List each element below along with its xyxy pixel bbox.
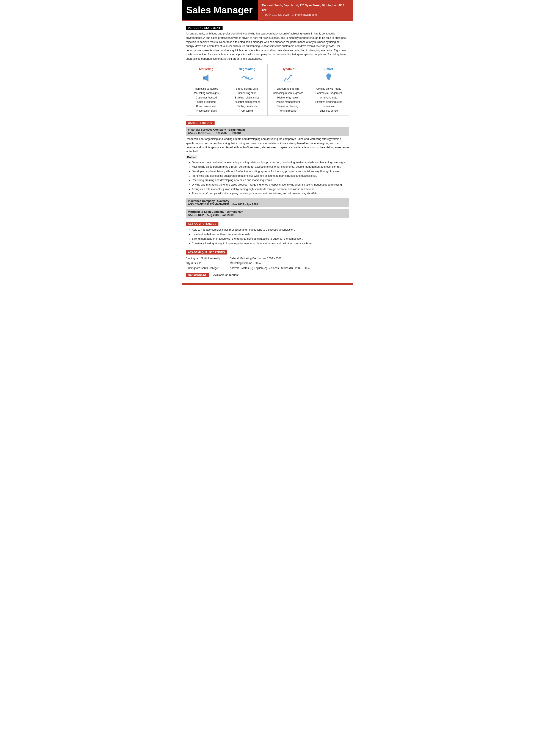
job-block: Mortgage & Loan Company - Birmingham SAL…: [186, 209, 349, 218]
skill-item: Marketing strategies: [188, 87, 225, 91]
svg-rect-8: [328, 80, 330, 80]
job-title-line: ASSISTANT SALES MANAGER Jan 2009 - Apr 2…: [188, 202, 347, 206]
skill-item: Presentation skills: [188, 109, 225, 113]
duty-item: Ensuring staff comply with all company p…: [192, 191, 349, 196]
job-block: Financial Services Company - Birmingham …: [186, 127, 349, 196]
skill-icon: [310, 73, 347, 85]
qualification-row: Birmingham North University:Sales & Mark…: [186, 256, 349, 261]
duty-item: Generating new business by leveraging ex…: [192, 160, 349, 165]
skill-item: Sales orientated: [188, 100, 225, 104]
competency-item: Able to manage complex sales processes a…: [192, 228, 349, 232]
skill-item: Up-selling: [229, 109, 266, 113]
job-company: Mortgage & Loan Company - Birmingham: [188, 210, 347, 213]
skill-item: Strong closing skills: [229, 87, 266, 91]
skill-icon: [188, 73, 225, 85]
career-history-header: CAREER HISTORY: [186, 121, 215, 125]
job-description: Responsible for organising and leading a…: [186, 137, 349, 154]
key-competencies-header: KEY COMPETENCIES: [186, 222, 219, 226]
job-header-box: Financial Services Company - Birmingham …: [186, 127, 349, 136]
bottom-divider: [182, 284, 353, 285]
job-title-line: SALES REP Aug 2007 - Jan 2009: [188, 213, 347, 217]
svg-rect-7: [327, 79, 330, 80]
qualification-row: City & Guilds:Marketing Diploma - 2004: [186, 261, 349, 266]
references-value: Available on request: [213, 273, 239, 277]
contact-info: Deborah Smith, Dayjob Ltd, 120 Vyse Stre…: [258, 0, 353, 20]
duty-item: Maximising sales performance through del…: [192, 165, 349, 169]
qualifications-section: ACADEMI QUALIFICATIONS Birmingham North …: [186, 248, 349, 271]
skill-item: Selling creatively: [229, 104, 266, 108]
skill-col-negotiating: Negotiating Strong closing skillsInfluen…: [227, 64, 268, 116]
skill-item: Commercial judgement: [310, 91, 347, 95]
skill-icon: [269, 73, 306, 85]
qualifications-container: Birmingham North University:Sales & Mark…: [186, 256, 349, 271]
skill-item: Building relationships: [229, 95, 266, 100]
qual-detail: Sales & Marketing BA (Hons) - 2004 - 200…: [230, 256, 282, 261]
contact-details: T: 0044 121 638 0026 - E: info@dayjob.co…: [262, 13, 349, 17]
duty-item: Driving and managing the entire sales pr…: [192, 182, 349, 187]
skills-grid: Marketing Marketing strategiesMarketing …: [186, 64, 349, 116]
svg-line-10: [330, 74, 331, 74]
svg-line-11: [326, 74, 327, 74]
duty-item: Developing and maintaining efficient & e…: [192, 169, 349, 174]
skill-item: Account management: [229, 100, 266, 104]
job-company: Financial Services Company - Birmingham: [188, 128, 347, 131]
svg-point-3: [247, 77, 249, 80]
job-header-box: Insurance Company - Coventry ASSISTANT S…: [186, 198, 349, 207]
job-company: Insurance Company - Coventry: [188, 199, 347, 202]
references-section: REFERENCES Available on request: [186, 273, 349, 277]
qualification-row: Birmingham South College:A levels - Math…: [186, 266, 349, 271]
skill-list: Coming up with ideasCommercial judgement…: [310, 87, 347, 113]
skill-item: Business planning: [269, 104, 306, 108]
job-title-line: SALES MANAGER Apr 2009 – Present: [188, 131, 347, 134]
qual-institution: City & Guilds:: [186, 261, 229, 266]
skill-item: Marketing campaigns: [188, 91, 225, 95]
skill-list: Marketing strategiesMarketing campaignsC…: [188, 87, 225, 113]
skill-item: Influencing skills: [229, 91, 266, 95]
skill-item: High energy levels: [269, 95, 306, 100]
duties-header: Duties: [186, 155, 197, 159]
skill-col-dynamic: Dynamic Entrepreneurial flairIncreasing …: [268, 64, 308, 116]
skill-title: Negotiating: [229, 67, 266, 71]
main-content: PERSONAL STATEMENT An enthusiastic, ambi…: [182, 21, 353, 280]
contact-name: Deborah Smith, Dayjob Ltd, 120 Vyse Stre…: [262, 3, 349, 13]
duties-list: Generating new business by leveraging ex…: [192, 160, 349, 196]
job-header-box: Mortgage & Loan Company - Birmingham SAL…: [186, 209, 349, 218]
competency-item: Constantly looking at way to improve per…: [192, 241, 349, 246]
job-title: Sales Manager: [182, 0, 258, 20]
duty-item: Recruiting, training and developing new …: [192, 178, 349, 182]
job-block: Insurance Company - Coventry ASSISTANT S…: [186, 198, 349, 207]
skill-list: Entrepreneurial flairIncreasing revenue …: [269, 87, 306, 113]
skill-title: Marketing: [188, 67, 225, 71]
qual-detail: Marketing Diploma - 2004: [230, 261, 261, 266]
skill-item: Brand awareness: [188, 104, 225, 108]
svg-rect-1: [203, 76, 205, 79]
skill-item: Innovative: [310, 104, 347, 108]
qualifications-header: ACADEMI QUALIFICATIONS: [186, 250, 227, 255]
duty-item: Identifying and developing sustainable r…: [192, 174, 349, 178]
skill-title: Dynamic: [269, 67, 306, 71]
skill-item: Writing reports: [269, 109, 306, 113]
competencies-list: Able to manage complex sales processes a…: [192, 228, 349, 246]
duty-item: Acting as a role model for junior staff …: [192, 187, 349, 192]
personal-statement-section: PERSONAL STATEMENT An enthusiastic, ambi…: [186, 24, 349, 61]
skill-item: Increasing revenue growth: [269, 91, 306, 95]
qual-institution: Birmingham South College:: [186, 266, 229, 271]
svg-point-2: [245, 76, 247, 79]
skill-list: Strong closing skillsInfluencing skillsB…: [229, 87, 266, 113]
skill-item: Analysing data: [310, 95, 347, 100]
qual-detail: A levels - Maths (B) English (A) Busines…: [230, 266, 310, 271]
skill-item: Entrepreneurial flair: [269, 87, 306, 91]
skill-item: Coming up with ideas: [310, 87, 347, 91]
svg-rect-6: [327, 78, 330, 79]
svg-point-5: [326, 74, 331, 78]
personal-statement-body: An enthusiastic, ambitious and professio…: [186, 32, 349, 61]
skill-col-smart: Smart Coming up with ideasCommercial jud…: [308, 64, 349, 116]
skill-item: Customer focused: [188, 95, 225, 100]
references-header: REFERENCES: [186, 273, 209, 277]
page-header: Sales Manager Deborah Smith, Dayjob Ltd,…: [182, 0, 353, 20]
competency-item: Strong marketing orientation with the ab…: [192, 237, 349, 241]
jobs-container: Financial Services Company - Birmingham …: [186, 127, 349, 218]
skill-icon: [229, 73, 266, 85]
personal-statement-header: PERSONAL STATEMENT: [186, 26, 223, 30]
skill-col-marketing: Marketing Marketing strategiesMarketing …: [186, 64, 227, 116]
